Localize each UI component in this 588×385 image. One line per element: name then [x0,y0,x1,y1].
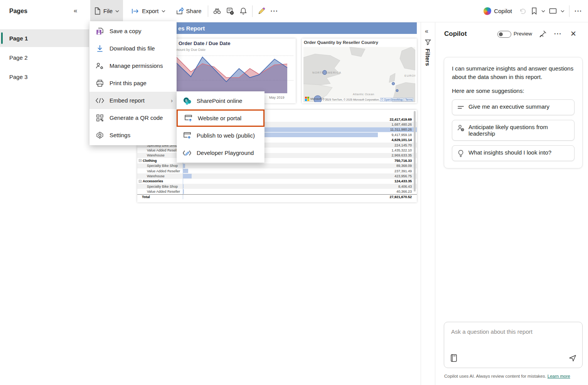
filter-funnel-icon[interactable] [425,39,431,45]
data-bar [183,174,192,178]
more-options-icon[interactable]: ··· [268,0,281,22]
openstreetmap-link[interactable]: © OpenStreetMap [380,98,404,101]
row-value: 9,417,959.18 [391,133,412,137]
table-row[interactable]: Warehouse423,956.75 [137,173,417,178]
share-button[interactable]: Share [172,0,206,22]
add-comment-icon[interactable] [224,0,237,22]
row-label: −Accessories [137,179,183,184]
toolbar-overflow-icon[interactable]: ··· [572,0,585,22]
clear-chat-broom-icon[interactable] [539,30,547,38]
matrix-scrollbar[interactable] [414,111,416,192]
map-attribution: © 2025 TomTom, © 2025 Microsoft Corporat… [322,98,414,101]
data-bar [183,189,184,193]
edit-pencil-icon[interactable] [255,0,268,22]
copilot-more-options-icon[interactable]: ··· [554,30,562,38]
row-value: 11,311,980.26 [390,128,412,131]
filters-collapsed-pane: « Filters [421,22,435,385]
row-value: 22,417,419.69 [389,118,412,121]
bookmark-icon[interactable] [529,0,539,22]
menu-item-download-this-file[interactable]: Download this file [89,40,177,57]
menu-item-save-a-copy[interactable]: Save a copy [89,22,177,40]
submenu-item-developer-playground[interactable]: Developer Playground [177,144,265,161]
share-icon [176,7,184,15]
export-menu-button[interactable]: Export [128,0,169,22]
file-menu-button[interactable]: File [90,0,123,22]
view-mode-chevron-icon[interactable] [558,0,567,22]
menu-item-settings[interactable]: Settings [89,126,177,144]
map-bubble[interactable] [396,89,398,92]
menu-item-label: Embed report [110,97,145,104]
menu-item-embed-report[interactable]: Embed report › [89,92,177,109]
file-menu: Save a copy Download this file Manage pe… [89,21,177,145]
data-bar [183,184,184,188]
menu-item-label: Print this page [110,80,147,86]
table-row[interactable]: Specialty Bike Shop8,406.43 [137,184,417,189]
menu-item-manage-permissions[interactable]: Manage permissions [89,57,177,74]
menu-item-label: Manage permissions [110,62,163,69]
toggle-knob [499,32,503,36]
prompt-guide-book-icon[interactable] [450,354,457,362]
row-label: Value Added Reseller [137,189,183,194]
row-value-cell: 27,921,670.52 [183,195,417,199]
submenu-item-website-or-portal[interactable]: Website or portal [177,109,265,127]
collapse-minus-icon[interactable]: − [139,180,142,183]
copilot-toolbar-button[interactable]: Copilot [480,0,516,22]
view-mode-icon[interactable] [548,0,558,22]
terms-link[interactable]: Terms [404,98,413,101]
toolbar-divider [569,5,569,17]
row-value: 1,687,480.26 [391,123,412,126]
people-gear-icon [96,62,104,70]
table-row[interactable]: Specialty Bike Shop89,368.09 [137,163,417,168]
submenu-item-publish-to-web[interactable]: Publish to web (public) [177,127,265,144]
map-bubble[interactable] [392,82,395,85]
sidebar-item-page-1[interactable]: Page 1 [0,29,89,47]
copilot-question-input[interactable]: Ask a question about this report [444,322,583,368]
suggestions-heading: Here are some suggestions: [452,87,575,95]
table-row[interactable]: Value Added Reseller237,391.49 [137,168,417,173]
svg-text:S: S [185,98,187,102]
table-row[interactable]: Total27,921,670.52 [137,194,417,199]
collapse-minus-icon[interactable]: − [139,159,142,162]
person-question-icon: ? [457,124,465,132]
learn-more-link[interactable]: Learn more [548,374,570,378]
toolbar-divider [208,5,208,17]
explore-binoculars-icon[interactable] [211,0,224,22]
row-value: 27,921,670.52 [389,195,412,199]
collapse-pages-panel-icon[interactable]: « [74,7,77,15]
data-bar [183,164,185,168]
table-row[interactable]: Value Added Reseller40,366.23 [137,189,417,194]
chevron-down-icon [115,10,119,12]
page-label: Page 1 [9,35,28,42]
top-toolbar: File Export Share ··· C [89,0,588,22]
subscribe-bell-icon[interactable] [237,0,250,22]
reset-undo-icon[interactable] [516,0,529,22]
menu-item-generate-qr-code[interactable]: Generate a QR code [89,109,177,126]
chevron-down-icon [162,10,165,12]
submenu-item-sharepoint-online[interactable]: S SharePoint online [177,92,265,109]
pages-sidebar: Pages « Page 1 Page 2 Page 3 [0,0,90,385]
suggestion-what-insights[interactable]: What insights should I look into? [452,145,575,161]
sidebar-item-page-2[interactable]: Page 2 [0,49,89,66]
bookmark-chevron-icon[interactable] [539,0,548,22]
suggestion-anticipate-questions[interactable]: ? Anticipate likely questions from leade… [452,120,575,141]
map-visual[interactable]: Order Quantity by Reseller Country NORTH… [302,39,417,103]
filters-pane-label[interactable]: Filters [425,49,431,66]
selected-page-accent-bar [1,32,3,44]
sidebar-item-page-3[interactable]: Page 3 [0,68,89,86]
menu-item-label: Generate a QR code [110,114,163,121]
microsoft-logo-icon [305,97,309,101]
preview-toggle[interactable] [497,31,511,38]
close-copilot-icon[interactable]: ✕ [570,29,576,38]
table-row[interactable]: −Accessories124,433.35 [137,179,417,184]
suggestion-executive-summary[interactable]: Give me an executive summary [452,99,575,115]
menu-item-print-this-page[interactable]: Print this page [89,74,177,92]
row-value-cell: 89,368.09 [183,163,417,168]
send-icon[interactable] [568,354,577,362]
suggestion-label: Give me an executive summary [468,103,549,110]
row-label: Specialty Bike Shop [137,184,183,189]
copilot-logo-icon [484,7,491,15]
expand-filters-icon[interactable]: « [425,28,428,35]
copilot-intro-card: I can summarize insights and answer ques… [444,57,583,168]
row-value: 224,145.70 [394,143,412,147]
embed-code-icon [96,98,104,103]
